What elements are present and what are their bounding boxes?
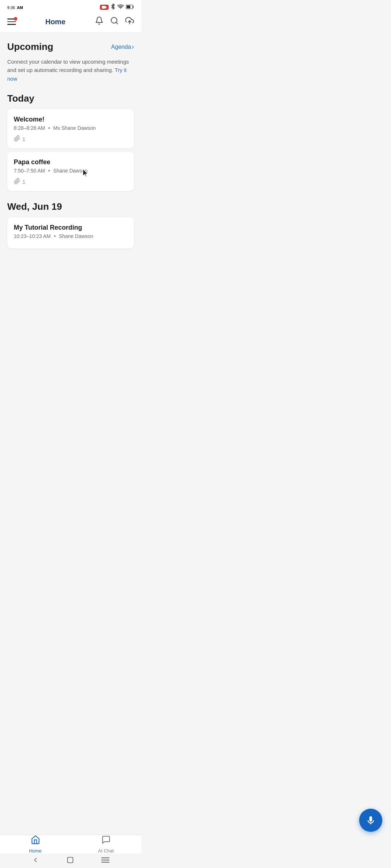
meeting-time-range: 7:50–7:50 AM [14, 168, 45, 174]
status-bar: 9:36 AM [0, 0, 141, 13]
meeting-time-papa-coffee: 7:50–7:50 AM • Shane Dawson [14, 168, 127, 174]
clip-count-papa-coffee: 1 [22, 179, 25, 185]
agenda-label: Agenda [111, 44, 131, 50]
main-content: Upcoming Agenda › Connect your calendar … [0, 33, 141, 248]
home-icon [31, 835, 40, 847]
meeting-title-papa-coffee: Papa coffee [14, 158, 127, 166]
ampm-text: AM [17, 5, 23, 10]
svg-rect-0 [102, 6, 105, 9]
ai-chat-icon [101, 835, 111, 847]
chevron-right-icon: › [132, 43, 134, 51]
meeting-title-tutorial: My Tutorial Recording [14, 224, 127, 231]
meeting-host: Ms Shane Dawson [53, 125, 96, 131]
recents-button[interactable] [101, 857, 109, 864]
meeting-card-tutorial[interactable]: My Tutorial Recording 10:23–10:23 AM • S… [7, 217, 134, 248]
system-home-button[interactable] [67, 856, 74, 865]
meeting-footer: 1 [14, 135, 127, 143]
wifi-icon [117, 4, 124, 10]
svg-rect-9 [68, 858, 73, 863]
meeting-host: Shane Dawson [53, 168, 88, 174]
time-text: 9:36 [7, 5, 15, 10]
meeting-footer: 1 [14, 178, 127, 186]
meeting-card-papa-coffee[interactable]: Papa coffee 7:50–7:50 AM • Shane Dawson … [7, 152, 134, 191]
meeting-host: Shane Dawson [59, 233, 93, 239]
wed-section: Wed, Jun 19 My Tutorial Recording 10:23–… [7, 201, 134, 248]
tab-home[interactable]: Home [0, 835, 71, 854]
recording-icon [100, 5, 109, 10]
tab-ai-chat-label: AI Chat [98, 848, 114, 854]
today-title: Today [7, 93, 134, 104]
meeting-title-welcome: Welcome! [14, 116, 127, 123]
meeting-time-range: 10:23–10:23 AM [14, 233, 51, 239]
page-title: Home [45, 18, 66, 26]
separator-dot: • [54, 233, 56, 239]
upload-cloud-icon[interactable] [125, 16, 134, 27]
upcoming-header: Upcoming Agenda › [7, 41, 134, 52]
status-time: 9:36 AM [7, 4, 23, 10]
notification-dot [14, 17, 17, 21]
meeting-time-range: 8:28–8:28 AM [14, 125, 45, 131]
status-icons [100, 4, 134, 10]
tab-home-label: Home [29, 848, 42, 854]
meeting-card-welcome[interactable]: Welcome! 8:28–8:28 AM • Ms Shane Dawson … [7, 109, 134, 148]
svg-rect-5 [133, 6, 134, 8]
svg-point-2 [120, 8, 121, 9]
clip-icon [14, 178, 20, 186]
upcoming-description: Connect your calendar to view upcoming m… [7, 58, 134, 83]
meeting-time-tutorial: 10:23–10:23 AM • Shane Dawson [14, 233, 127, 239]
wed-date-title: Wed, Jun 19 [7, 201, 134, 212]
upcoming-description-text: Connect your calendar to view upcoming m… [7, 59, 129, 73]
svg-rect-4 [127, 5, 130, 8]
upcoming-title: Upcoming [7, 41, 53, 52]
upcoming-section: Upcoming Agenda › Connect your calendar … [7, 41, 134, 83]
clip-icon [14, 135, 20, 143]
clip-count-welcome: 1 [22, 136, 25, 142]
bottom-nav: Home AI Chat [0, 835, 141, 854]
top-nav: Home [0, 13, 141, 33]
svg-line-7 [116, 22, 118, 24]
search-icon[interactable] [110, 16, 119, 27]
system-nav-bar [0, 854, 141, 868]
agenda-link[interactable]: Agenda › [111, 43, 134, 51]
battery-icon [126, 4, 134, 10]
today-section: Today Welcome! 8:28–8:28 AM • Ms Shane D… [7, 93, 134, 191]
nav-actions [95, 16, 134, 27]
nav-left[interactable] [7, 18, 16, 25]
tab-ai-chat[interactable]: AI Chat [71, 835, 141, 854]
back-button[interactable] [32, 856, 39, 865]
meeting-time-welcome: 8:28–8:28 AM • Ms Shane Dawson [14, 125, 127, 131]
separator-dot: • [48, 125, 50, 131]
notification-icon[interactable] [95, 16, 104, 27]
bluetooth-icon [111, 4, 115, 10]
separator-dot: • [48, 168, 50, 174]
svg-marker-1 [105, 6, 106, 9]
